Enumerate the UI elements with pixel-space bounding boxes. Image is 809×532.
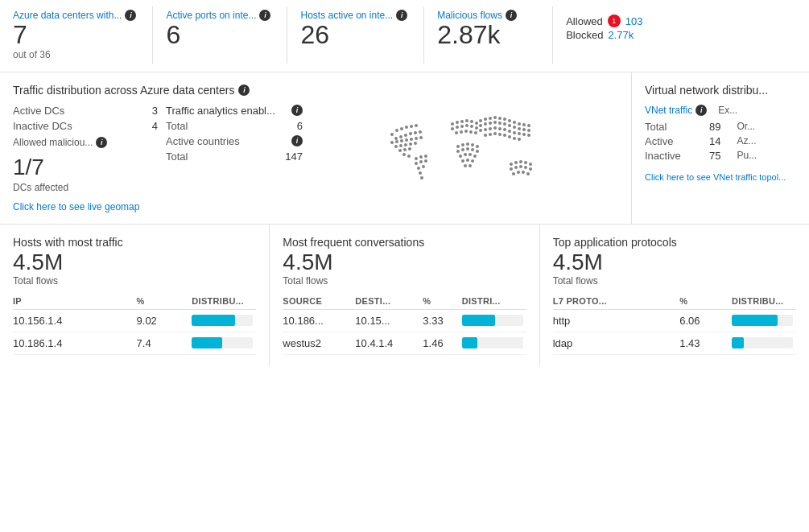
world-map-svg — [368, 106, 553, 211]
svg-point-127 — [422, 165, 425, 168]
svg-point-72 — [498, 127, 501, 130]
table-row: westus2 10.4.1.4 1.46 — [283, 332, 526, 354]
hosts-big-num: 4.5M — [13, 250, 256, 275]
info-icon-azure-dc[interactable]: i — [125, 10, 136, 21]
svg-point-54 — [518, 122, 521, 126]
info-icon-traffic[interactable]: i — [238, 85, 250, 96]
svg-point-81 — [493, 132, 497, 135]
svg-point-104 — [464, 164, 467, 167]
conv-bar — [462, 332, 526, 354]
proto-bar — [732, 332, 796, 354]
info-icon-analytics[interactable]: i — [291, 105, 303, 116]
conv-dest: 10.4.1.4 — [355, 332, 423, 354]
info-icon-hosts-active[interactable]: i — [396, 10, 407, 21]
analytics-countries-row: Active countries i — [166, 135, 303, 147]
table-row: http 6.06 — [553, 309, 796, 332]
svg-point-129 — [420, 176, 423, 179]
conversations-panel: Most frequent conversations 4.5M Total f… — [270, 225, 539, 366]
svg-point-71 — [493, 126, 497, 130]
analytics-total-row: Total 6 — [166, 120, 303, 132]
svg-point-77 — [522, 133, 526, 136]
svg-point-42 — [460, 130, 463, 134]
svg-point-20 — [399, 144, 402, 147]
svg-point-101 — [461, 159, 464, 163]
metric-malicious-flows-label: Malicious flows i — [437, 10, 536, 21]
svg-point-45 — [474, 131, 477, 134]
svg-point-76 — [518, 132, 521, 135]
svg-point-91 — [476, 145, 479, 148]
malicious-summary: Allowed 1 103 Blocked 2.77k — [553, 6, 714, 64]
metric-hosts-active-label: Hosts active on inte... i — [300, 10, 407, 21]
svg-point-15 — [405, 138, 408, 142]
metric-azure-dc-label: Azure data centers with... i — [13, 10, 136, 21]
svg-point-65 — [518, 127, 521, 130]
allowed-badge: 1 — [608, 14, 621, 27]
dc-affected: DCs affected — [13, 182, 158, 193]
svg-point-82 — [498, 133, 501, 136]
info-icon-malicious-flows[interactable]: i — [506, 10, 517, 21]
svg-point-19 — [394, 145, 398, 148]
protocols-table: L7 PROTO... % DISTRIBU... http 6.06 ldap… — [553, 293, 796, 355]
traffic-left-stats: Active DCs 3 Inactive DCs 4 Allowed mali… — [13, 105, 158, 212]
hosts-col-pct: % — [137, 293, 192, 310]
metric-active-ports: Active ports on inte... i 6 — [153, 6, 287, 64]
hosts-panel: Hosts with most traffic 4.5M Total flows… — [0, 225, 270, 366]
svg-point-53 — [513, 121, 516, 124]
metric-active-ports-value: 6 — [166, 21, 270, 49]
svg-point-59 — [489, 122, 492, 125]
traffic-section: Traffic distribution across Azure data c… — [0, 72, 632, 224]
svg-point-78 — [527, 134, 530, 137]
metric-malicious-flows: Malicious flows i 2.87k — [424, 6, 553, 64]
info-icon-vnet[interactable]: i — [695, 105, 707, 116]
info-icon-allowed-malicious[interactable]: i — [96, 137, 107, 148]
svg-point-36 — [456, 126, 459, 129]
proto-pct: 6.06 — [679, 309, 732, 332]
svg-point-108 — [519, 160, 522, 163]
blocked-label: Blocked — [566, 29, 603, 41]
hosts-sub: Total flows — [13, 275, 256, 287]
conversations-sub: Total flows — [283, 275, 526, 287]
blocked-row: Blocked 2.77k — [566, 29, 698, 41]
svg-point-1 — [395, 129, 398, 132]
svg-point-111 — [510, 167, 513, 171]
svg-point-98 — [464, 153, 467, 156]
analytics-countries-total-row: Total 147 — [166, 151, 303, 163]
svg-point-83 — [503, 134, 506, 137]
svg-point-120 — [415, 157, 418, 160]
svg-point-56 — [527, 124, 530, 127]
svg-point-5 — [415, 124, 418, 127]
svg-point-24 — [398, 149, 402, 152]
svg-point-50 — [498, 117, 501, 120]
conv-source: westus2 — [283, 332, 355, 354]
protocols-sub: Total flows — [553, 275, 796, 287]
svg-point-103 — [471, 159, 474, 163]
host-bar — [192, 309, 256, 332]
svg-point-64 — [513, 126, 516, 129]
svg-point-97 — [459, 155, 462, 158]
svg-point-125 — [424, 159, 427, 163]
svg-point-94 — [466, 147, 469, 151]
svg-point-110 — [529, 163, 532, 166]
live-geomap-link[interactable]: Click here to see live geomap — [13, 201, 139, 212]
info-icon-countries[interactable]: i — [291, 135, 303, 146]
info-icon-active-ports[interactable]: i — [259, 10, 270, 21]
svg-point-6 — [394, 137, 398, 140]
svg-point-29 — [451, 122, 454, 126]
svg-point-87 — [456, 145, 460, 148]
conversations-table: SOURCE DESTI... % DISTRI... 10.186... 10… — [283, 293, 526, 355]
active-dcs-label: Active DCs — [13, 105, 64, 117]
svg-point-61 — [498, 122, 501, 125]
conv-pct: 3.33 — [423, 309, 461, 332]
svg-point-34 — [475, 122, 478, 125]
active-dcs-row: Active DCs 3 — [13, 105, 158, 117]
allowed-malicious-row: Allowed maliciou... i — [13, 137, 158, 148]
svg-point-121 — [419, 155, 423, 159]
svg-point-18 — [419, 136, 423, 139]
svg-point-109 — [524, 161, 527, 164]
host-ip: 10.156.1.4 — [13, 309, 137, 332]
active-dcs-value: 3 — [152, 105, 158, 117]
proto-name: ldap — [553, 332, 680, 354]
svg-point-113 — [519, 165, 522, 168]
vnet-topology-link[interactable]: Click here to see VNet traffic topol... — [645, 172, 786, 182]
svg-point-92 — [456, 150, 460, 153]
